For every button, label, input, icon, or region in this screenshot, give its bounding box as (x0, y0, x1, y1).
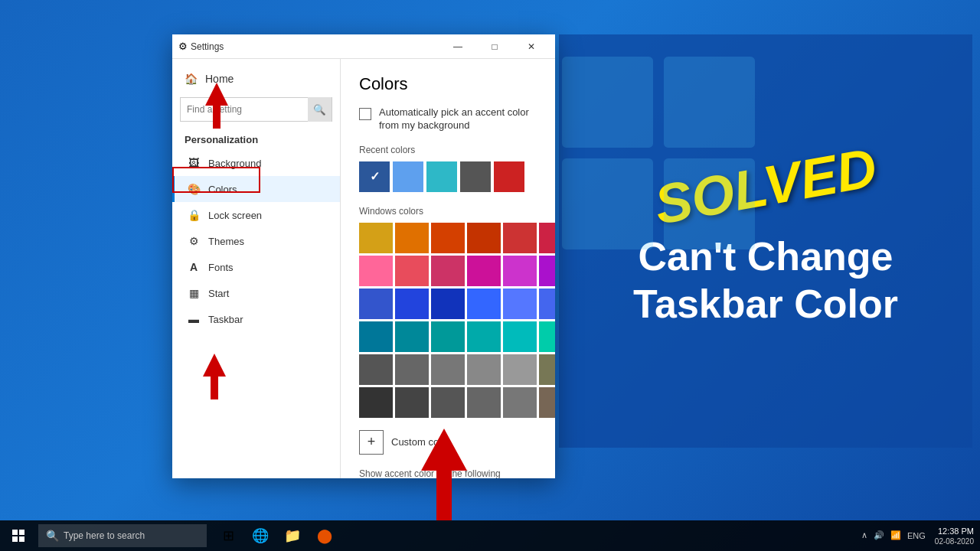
volume-icon[interactable]: 📶 (890, 530, 901, 540)
minimize-button[interactable]: — (440, 34, 475, 59)
windows-color-3[interactable] (467, 223, 501, 253)
windows-color-4[interactable] (503, 223, 537, 253)
title-bar-controls: — □ ✕ (440, 34, 549, 59)
windows-color-50[interactable] (359, 387, 393, 418)
windows-color-45[interactable] (539, 354, 555, 385)
main-content: Colors Automatically pick an accent colo… (341, 59, 555, 478)
file-explorer-icon[interactable]: 📁 (277, 520, 308, 551)
sidebar-item-themes[interactable]: ⚙ Themes (172, 228, 340, 254)
taskbar-search[interactable]: 🔍 Type here to search (38, 524, 207, 547)
windows-color-1[interactable] (395, 223, 429, 253)
home-icon: 🏠 (185, 73, 198, 85)
windows-color-43[interactable] (467, 354, 501, 385)
recent-color-2[interactable] (426, 161, 457, 192)
windows-color-21[interactable] (395, 289, 429, 319)
taskbar-search-icon: 🔍 (46, 530, 59, 542)
title-bar: ⚙ Settings — □ ✕ (172, 34, 555, 59)
fonts-icon: A (187, 261, 201, 273)
windows-color-40[interactable] (359, 354, 393, 385)
svg-rect-3 (664, 158, 755, 249)
lock-screen-icon: 🔒 (187, 209, 201, 221)
windows-color-20[interactable] (359, 289, 393, 319)
chrome-icon[interactable]: ⬤ (309, 520, 340, 551)
show-accent-label: Show accent color on the following surfa… (359, 468, 537, 478)
windows-color-42[interactable] (431, 354, 465, 385)
windows-color-22[interactable] (431, 289, 465, 319)
maximize-button[interactable]: □ (477, 34, 512, 59)
windows-color-12[interactable] (431, 256, 465, 286)
svg-rect-7 (12, 530, 18, 535)
settings-body: 🏠 Home 🔍 Personalization 🖼 Background 🎨 … (172, 59, 555, 478)
windows-color-52[interactable] (431, 387, 465, 418)
edge-icon[interactable]: 🌐 (245, 520, 276, 551)
colors-icon: 🎨 (187, 183, 201, 195)
windows-color-2[interactable] (431, 223, 465, 253)
svg-rect-9 (12, 536, 18, 542)
auto-accent-row: Automatically pick an accent color from … (359, 106, 537, 132)
windows-color-32[interactable] (431, 321, 465, 352)
window-title: Settings (191, 41, 440, 52)
recent-color-4[interactable] (494, 161, 524, 192)
sidebar-item-start[interactable]: ▦ Start (172, 280, 340, 306)
taskbar: 🔍 Type here to search ⊞ 🌐 📁 ⬤ ∧ 🔊 📶 ENG … (0, 520, 980, 551)
windows-color-11[interactable] (395, 256, 429, 286)
windows-colors-label: Windows colors (359, 206, 537, 217)
show-hidden-icon[interactable]: ∧ (861, 530, 867, 540)
custom-color-label[interactable]: Custom color (391, 436, 450, 448)
custom-color-row: + Custom color (359, 430, 537, 455)
windows-color-55[interactable] (539, 387, 555, 418)
sidebar-item-colors[interactable]: 🎨 Colors (172, 176, 340, 202)
network-icon[interactable]: 🔊 (874, 530, 884, 540)
windows-color-13[interactable] (467, 256, 501, 286)
close-button[interactable]: ✕ (514, 34, 549, 59)
sidebar-item-taskbar[interactable]: ▬ Taskbar (172, 306, 340, 332)
windows-color-15[interactable] (539, 256, 555, 286)
recent-color-1[interactable] (393, 161, 423, 192)
svg-rect-2 (562, 158, 653, 249)
sidebar-item-background[interactable]: 🖼 Background (172, 150, 340, 176)
windows-color-24[interactable] (503, 289, 537, 319)
recent-color-3[interactable] (460, 161, 491, 192)
svg-rect-1 (664, 57, 755, 148)
windows-color-44[interactable] (503, 354, 537, 385)
windows-color-5[interactable] (539, 223, 555, 253)
windows-color-41[interactable] (395, 354, 429, 385)
windows-color-14[interactable] (503, 256, 537, 286)
sidebar-item-lock-screen[interactable]: 🔒 Lock screen (172, 202, 340, 228)
sidebar-home[interactable]: 🏠 Home (172, 65, 340, 93)
lang-indicator: ENG (907, 531, 926, 540)
windows-color-10[interactable] (359, 256, 393, 286)
windows-color-53[interactable] (467, 387, 501, 418)
sidebar: 🏠 Home 🔍 Personalization 🖼 Background 🎨 … (172, 59, 341, 478)
add-custom-color-button[interactable]: + (359, 430, 384, 455)
windows-color-34[interactable] (503, 321, 537, 352)
windows-color-25[interactable] (539, 289, 555, 319)
taskbar-date: 02-08-2020 (935, 537, 974, 546)
recent-color-0[interactable] (359, 161, 390, 192)
taskbar-time: 12:38 PM (938, 526, 974, 536)
system-tray-icons: ∧ 🔊 📶 ENG (861, 530, 926, 540)
taskbar-search-text: Type here to search (64, 530, 145, 541)
search-input[interactable] (181, 104, 308, 115)
windows-color-30[interactable] (359, 321, 393, 352)
search-box[interactable]: 🔍 (180, 97, 332, 122)
clock-area[interactable]: 12:38 PM 02-08-2020 (935, 526, 974, 545)
windows-color-51[interactable] (395, 387, 429, 418)
search-icon-button[interactable]: 🔍 (308, 97, 332, 122)
windows-color-33[interactable] (467, 321, 501, 352)
windows-color-31[interactable] (395, 321, 429, 352)
start-button[interactable] (0, 520, 37, 551)
taskbar-icon-nav: ▬ (187, 313, 201, 325)
start-icon: ▦ (187, 287, 201, 299)
start-logo-icon (12, 530, 24, 542)
windows-colors-grid (359, 223, 537, 418)
windows-color-35[interactable] (539, 321, 555, 352)
windows-color-54[interactable] (503, 387, 537, 418)
auto-accent-checkbox[interactable] (359, 108, 371, 120)
taskbar-right: ∧ 🔊 📶 ENG 12:38 PM 02-08-2020 (861, 526, 980, 545)
recent-colors-row (359, 161, 537, 192)
windows-color-23[interactable] (467, 289, 501, 319)
windows-color-0[interactable] (359, 223, 393, 253)
task-view-icon[interactable]: ⊞ (213, 520, 243, 551)
sidebar-item-fonts[interactable]: A Fonts (172, 254, 340, 280)
